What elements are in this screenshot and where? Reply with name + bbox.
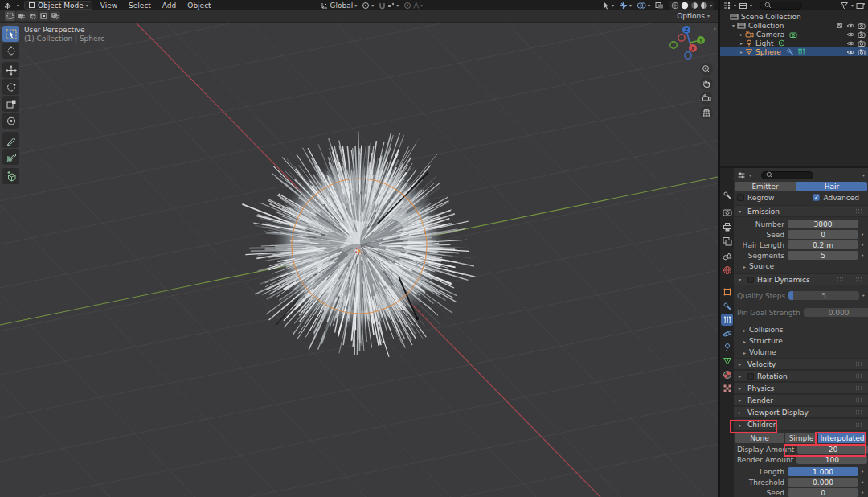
number-field[interactable]: 3000 [788, 220, 858, 228]
proportional-editing-toggle[interactable]: ⋀ ▾ [403, 2, 423, 10]
outliner-row-sphere[interactable]: ▸ Sphere [720, 47, 868, 56]
panel-hair-dynamics[interactable]: ▾ Hair Dynamics [734, 273, 868, 285]
outliner-row-camera[interactable]: ▸ Camera [720, 30, 868, 39]
animate-dot-icon[interactable]: • [858, 242, 866, 249]
xray-toggle-icon[interactable] [655, 2, 664, 10]
editor-type-chevron-icon[interactable]: ▾ [17, 3, 19, 8]
navigation-gizmo[interactable]: Z Y X [667, 23, 712, 65]
options-dropdown[interactable]: Options ▾ [677, 12, 713, 20]
shading-material-icon[interactable] [690, 2, 698, 10]
animate-dot-icon[interactable]: • [858, 469, 866, 475]
expand-icon[interactable]: ▾ [730, 23, 737, 28]
quality-steps-slider[interactable]: 5 [788, 291, 859, 300]
menu-view[interactable]: View [97, 2, 121, 10]
children-none-button[interactable]: None [735, 433, 784, 443]
tool-annotate-button[interactable] [2, 132, 19, 148]
editor-type-outliner-icon[interactable] [723, 2, 731, 10]
hide-eye-icon[interactable] [846, 49, 855, 55]
hide-eye-icon[interactable] [846, 31, 855, 38]
panel-children[interactable]: ▾ Children [734, 418, 868, 431]
disable-render-icon[interactable] [858, 31, 866, 38]
panel-grip-icon[interactable] [853, 385, 863, 391]
emitter-button[interactable]: Emitter [735, 182, 796, 191]
render-amount-field[interactable]: 100 [796, 455, 867, 464]
children-simple-button[interactable]: Simple [785, 433, 817, 443]
length-slider[interactable]: 1.000 [788, 467, 858, 476]
subpanel-structure[interactable]: ▸ Structure [734, 335, 868, 347]
viewport-3d[interactable]: User Perspective (1) Collection | Sphere [0, 23, 718, 497]
display-mode-icon[interactable] [739, 2, 747, 10]
panel-grip-icon[interactable] [853, 361, 863, 367]
regrow-checkbox[interactable] [737, 194, 744, 201]
tool-move-button[interactable] [2, 62, 19, 78]
select-mode-extend-icon[interactable] [16, 11, 27, 21]
tab-texture-icon[interactable] [721, 382, 733, 394]
presets-icon[interactable] [837, 277, 847, 282]
display-amount-field[interactable]: 20 [797, 445, 868, 454]
collapse-icon[interactable]: ▸ [738, 40, 745, 46]
tool-scale-button[interactable] [2, 96, 19, 112]
disable-render-icon[interactable] [858, 40, 866, 47]
outliner-row-collection[interactable]: ▾ Collection [720, 21, 868, 30]
collection-checkbox-icon[interactable] [836, 22, 843, 29]
shading-rendered-icon[interactable] [700, 2, 708, 10]
tool-transform-button[interactable] [2, 113, 19, 129]
panel-grip-icon[interactable] [853, 397, 863, 403]
outliner-row-scene-collection[interactable]: Scene Collection [720, 12, 868, 21]
children-seed-field[interactable]: 0 [788, 488, 858, 497]
tab-object-data-icon[interactable] [721, 355, 733, 367]
animate-dot-icon[interactable]: • [858, 490, 866, 496]
panel-viewport-display[interactable]: ▸ Viewport Display [734, 406, 868, 418]
panel-grip-icon[interactable] [853, 409, 863, 415]
animate-dot-icon[interactable]: • [858, 479, 866, 486]
tab-render-icon[interactable] [721, 206, 733, 218]
threshold-field[interactable]: 0.000 [788, 478, 858, 487]
menu-add[interactable]: Add [159, 2, 179, 10]
visibility-dropdown[interactable]: ▾ [603, 2, 614, 10]
hair-dynamics-checkbox[interactable] [747, 277, 754, 283]
menu-object[interactable]: Object [184, 2, 214, 10]
select-mode-subtract-icon[interactable] [27, 11, 38, 21]
tab-physics-icon[interactable] [721, 327, 733, 339]
editor-type-3dviewport-icon[interactable] [3, 2, 12, 10]
editor-type-properties-icon[interactable] [737, 171, 746, 179]
hide-eye-icon[interactable] [846, 40, 855, 47]
disable-render-icon[interactable] [858, 23, 866, 29]
panel-velocity[interactable]: ▸ Velocity [734, 358, 868, 370]
subpanel-source[interactable]: ▸ Source [734, 261, 868, 272]
overlays-toggle[interactable]: ▾ [637, 2, 650, 10]
panel-render[interactable]: ▸ Render [734, 394, 868, 406]
tool-measure-button[interactable] [2, 149, 19, 165]
children-interpolated-button[interactable]: Interpolated [818, 433, 866, 443]
pivot-point-dropdown[interactable]: ▾ [362, 2, 374, 10]
subpanel-volume[interactable]: ▸ Volume [734, 347, 868, 358]
filter-funnel-icon[interactable] [840, 2, 849, 10]
pin-goal-strength-field[interactable]: 0.000 [804, 308, 868, 317]
tool-cursor-button[interactable] [2, 43, 19, 59]
outliner-row-light[interactable]: ▸ Light [720, 39, 868, 47]
collapse-icon[interactable]: ▸ [738, 31, 745, 37]
new-collection-icon[interactable] [856, 2, 866, 10]
panel-grip-icon[interactable] [853, 277, 863, 282]
select-mode-set-icon[interactable] [5, 11, 15, 21]
hair-length-field[interactable]: 0.2 m [788, 240, 858, 249]
rotation-checkbox[interactable] [747, 373, 754, 380]
segments-field[interactable]: 5 [788, 251, 858, 260]
camera-view-icon[interactable] [700, 92, 713, 105]
zoom-icon[interactable] [700, 63, 713, 76]
gizmos-toggle[interactable]: ▾ [619, 1, 632, 10]
collapse-icon[interactable]: ▸ [738, 49, 745, 55]
sidebar-collapse-icon[interactable]: ‹ [714, 26, 716, 32]
hair-button[interactable]: Hair [796, 182, 867, 191]
editor-divider-vertical[interactable] [718, 0, 720, 497]
panel-rotation[interactable]: ▸ Rotation [734, 370, 868, 382]
animate-dot-icon[interactable]: • [858, 253, 866, 259]
transform-orientation-dropdown[interactable]: Global ▾ [321, 2, 358, 10]
subpanel-collisions[interactable]: ▸ Collisions [734, 324, 868, 335]
tab-world-icon[interactable] [721, 264, 733, 276]
tab-view-layer-icon[interactable] [721, 235, 733, 247]
select-mode-invert-icon[interactable] [39, 11, 49, 21]
panel-emission[interactable]: ▾ Emission [734, 205, 868, 217]
snap-toggle[interactable]: ▾ [379, 2, 399, 10]
tab-scene-icon[interactable] [721, 249, 733, 261]
